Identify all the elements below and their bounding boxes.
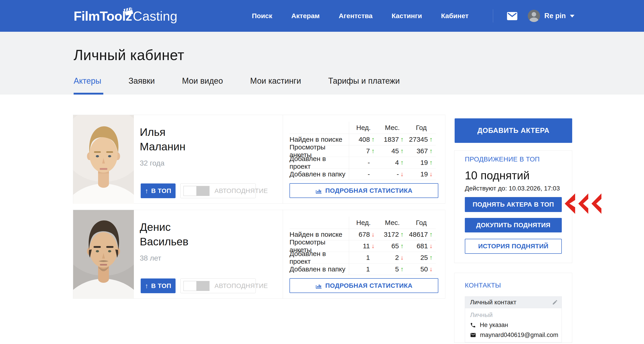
actor-actions: ↑ В ТОП АВТОПОДНЯТИЕ <box>141 183 256 198</box>
stats-col-month: Мес. <box>378 217 407 229</box>
stats-col-week: Нед. <box>349 217 378 229</box>
contact-card-header: Личный контакт <box>465 296 562 308</box>
page-head: Личный кабинет Актеры Заявки Мои видео М… <box>0 32 644 95</box>
bar-chart-icon <box>315 187 322 194</box>
stats-col-year: Год <box>407 217 436 229</box>
phone-icon <box>470 322 476 328</box>
trend-arrow: ↓ <box>428 242 436 250</box>
envelope-icon <box>470 332 476 338</box>
actor-photo[interactable] <box>73 210 134 298</box>
contact-card-body: Личный Не указан maynard040 <box>465 308 562 342</box>
actor-name[interactable]: Денис Васильев <box>140 220 283 249</box>
trend-arrow: ↑ <box>399 265 407 273</box>
raise-to-top-button[interactable]: ↑ В ТОП <box>141 278 176 293</box>
trend-arrow: ↑ <box>399 136 407 143</box>
trend-arrow: ↑ <box>370 147 378 155</box>
arrow-up-icon: ↑ <box>145 282 148 290</box>
trend-arrow: ↑ <box>428 136 436 143</box>
trend-arrow: ↓ <box>399 254 407 261</box>
edit-pencil-icon[interactable] <box>552 299 558 305</box>
brand-logo-bold: FilmToolz <box>74 9 132 24</box>
buy-raises-button[interactable]: ДОКУПИТЬ ПОДНЯТИЯ <box>465 218 562 232</box>
raise-actor-to-top-button[interactable]: ПОДНЯТЬ АКТЕРА В ТОП <box>465 197 562 212</box>
nav-item-actors[interactable]: Актерам <box>291 12 320 20</box>
raises-valid-until: Действуют до: 10.03.2026, 17:03 <box>465 185 562 192</box>
main-nav: Поиск Актерам Агентства Кастинги Кабинет <box>252 0 468 32</box>
autoraise-toggle[interactable] <box>184 281 210 291</box>
autoraise-toggle[interactable] <box>184 186 210 196</box>
autoraise-control: АВТОПОДНЯТИЕ <box>180 183 256 198</box>
actor-info: Денис Васильев 38 лет ↑ В ТОП АВТОПОДНЯТ… <box>134 210 283 298</box>
trend-arrow: ↓ <box>428 265 436 273</box>
actor-actions: ↑ В ТОП АВТОПОДНЯТИЕ <box>141 278 256 293</box>
promotion-card: ПРОДВИЖЕНИЕ В ТОП 10 поднятий Действуют … <box>454 150 572 263</box>
actor-info: Илья Маланин 32 года ↑ В ТОП АВТОПОДНЯТИ… <box>134 115 283 203</box>
contacts-card: КОНТАКТЫ Личный контакт Личный <box>454 273 572 343</box>
stats-col-year: Год <box>407 122 436 134</box>
stats-row: Добавлен в проект - 4↑ 19↑ <box>290 157 436 168</box>
bar-chart-icon <box>315 282 322 289</box>
actor-card: Денис Васильев 38 лет ↑ В ТОП АВТОПОДНЯТ… <box>73 210 445 299</box>
chevron-down-icon[interactable] <box>570 15 574 18</box>
tab-my-castings[interactable]: Мои кастинги <box>250 76 301 86</box>
page-title: Личный кабинет <box>74 47 184 64</box>
trend-arrow: ↓ <box>428 171 436 178</box>
trend-arrow: ↓ <box>370 231 378 238</box>
top-navigation-bar: FilmToolz Casting Поиск <box>0 0 644 32</box>
actor-age: 38 лет <box>140 254 283 262</box>
personal-contact-card: Личный контакт Личный Не указан <box>465 296 562 342</box>
detailed-stats-button[interactable]: ПОДРОБНАЯ СТАТИСТИКА <box>290 183 438 198</box>
tab-actors[interactable]: Актеры <box>74 76 101 86</box>
nav-item-cabinet[interactable]: Кабинет <box>441 12 468 20</box>
trend-arrow: ↑ <box>428 231 436 238</box>
cabinet-tabs: Актеры Заявки Мои видео Мои кастинги Тар… <box>74 76 400 86</box>
nav-item-agencies[interactable]: Агентства <box>339 12 372 20</box>
mail-icon[interactable] <box>507 12 517 20</box>
trend-arrow: ↑ <box>428 254 436 261</box>
raises-history-button[interactable]: ИСТОРИЯ ПОДНЯТИЙ <box>465 239 562 254</box>
contact-email-row: maynard040619@gmail.com <box>470 331 557 338</box>
trend-arrow: ↑ <box>399 231 407 238</box>
autoraise-control: АВТОПОДНЯТИЕ <box>180 278 256 293</box>
actor-name[interactable]: Илья Маланин <box>140 125 283 154</box>
tab-my-videos[interactable]: Мои видео <box>182 76 223 86</box>
tab-tariffs[interactable]: Тарифы и платежи <box>328 76 400 86</box>
active-tab-underline <box>74 93 103 95</box>
contact-group-label: Личный <box>470 311 557 318</box>
add-actor-button[interactable]: ДОБАВИТЬ АКТЕРА <box>455 118 572 143</box>
stats-col-month: Мес. <box>378 122 407 134</box>
contact-email-value[interactable]: maynard040619@gmail.com <box>480 331 558 338</box>
raise-to-top-button[interactable]: ↑ В ТОП <box>141 183 176 198</box>
user-avatar[interactable] <box>528 10 540 22</box>
trend-arrow: ↑ <box>399 159 407 166</box>
contact-phone-row: Не указан <box>470 321 557 328</box>
contact-card-title: Личный контакт <box>470 299 516 306</box>
dashboard-page: FilmToolz Casting Поиск <box>0 0 644 344</box>
toggle-knob <box>184 186 196 196</box>
nav-item-castings[interactable]: Кастинги <box>392 12 422 20</box>
stats-row: Добавлен в папку - -↓ 19↓ <box>290 168 436 180</box>
actor-age: 32 года <box>140 159 283 167</box>
promotion-heading: ПРОДВИЖЕНИЕ В ТОП <box>465 156 562 163</box>
brand-logo[interactable]: FilmToolz Casting <box>74 0 177 32</box>
stats-col-week: Нед. <box>349 122 378 134</box>
trend-arrow: ↑ <box>399 147 407 155</box>
actor-card: Илья Маланин 32 года ↑ В ТОП АВТОПОДНЯТИ… <box>73 115 445 204</box>
trend-arrow: ↑ <box>428 147 436 155</box>
contacts-heading: КОНТАКТЫ <box>465 282 562 289</box>
stats-row: Добавлен в проект 1 2↓ 25↑ <box>290 252 436 263</box>
brand-logo-light: Casting <box>133 9 177 24</box>
actor-photo[interactable] <box>73 115 134 203</box>
toggle-knob <box>184 281 196 291</box>
detailed-stats-button[interactable]: ПОДРОБНАЯ СТАТИСТИКА <box>290 278 438 293</box>
stats-header-row: Нед. Мес. Год <box>290 217 436 229</box>
nav-item-search[interactable]: Поиск <box>252 12 272 20</box>
contact-phone-value: Не указан <box>480 321 508 328</box>
trend-arrow: ↓ <box>370 242 378 250</box>
autoraise-label: АВТОПОДНЯТИЕ <box>214 187 268 195</box>
attention-chevrons-icon <box>564 193 602 214</box>
autoraise-label: АВТОПОДНЯТИЕ <box>214 282 268 289</box>
user-name[interactable]: Re pin <box>544 12 566 20</box>
tab-applications[interactable]: Заявки <box>128 76 155 86</box>
stats-row: Добавлен в папку 1 5↑ 50↓ <box>290 263 436 275</box>
